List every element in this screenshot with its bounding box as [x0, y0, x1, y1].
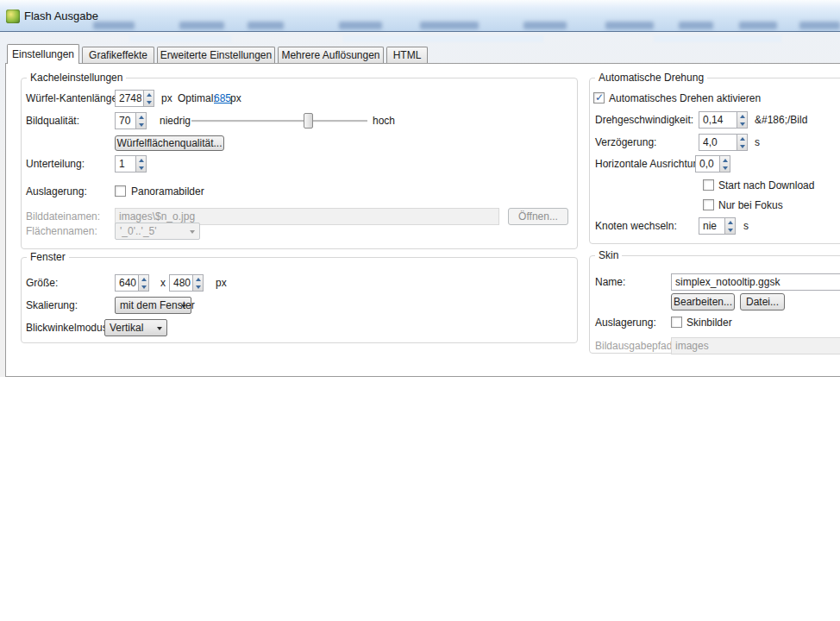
glass-artifact [339, 22, 382, 29]
image-quality-slider[interactable] [191, 112, 367, 129]
spin-up-button[interactable] [136, 113, 146, 121]
size-width-spinbox [115, 274, 149, 292]
rotation-speed-spinbox [699, 111, 748, 129]
panorama-images-checkbox-label: Panoramabilder [131, 186, 204, 198]
glass-artifact [679, 22, 713, 29]
start-after-download-checkbox[interactable] [703, 179, 714, 191]
screen: Flash Ausgabe Einstellungen Grafikeffekt… [0, 0, 840, 621]
image-filenames-label: Bilddateinamen: [26, 211, 100, 223]
optimal-unit: px [230, 93, 241, 104]
size-separator: x [160, 278, 166, 289]
optimal-label: Optimal: [178, 93, 216, 104]
spin-down-button[interactable] [136, 164, 146, 172]
spin-up-button[interactable] [136, 156, 146, 164]
cube-face-quality-button[interactable]: Würfelflächenqualität... [115, 135, 224, 151]
image-output-path-label: Bildausgabepfad: [595, 341, 675, 352]
glass-artifact [605, 22, 654, 29]
image-quality-input[interactable] [115, 112, 136, 129]
tab-html[interactable]: HTML [386, 47, 428, 63]
skin-images-checkbox-label: Skinbilder [686, 317, 732, 329]
outsourcing-label: Auslagerung: [26, 186, 87, 198]
tab-einstellungen[interactable]: Einstellungen [7, 44, 79, 64]
size-height-spinbox [169, 274, 204, 292]
auto-rotate-enable-checkbox[interactable] [593, 92, 605, 104]
skin-name-input[interactable] [671, 273, 840, 291]
spin-up-button[interactable] [725, 218, 735, 226]
auto-rotate-enable-label: Automatisches Drehen aktivieren [609, 93, 761, 104]
spin-up-button[interactable] [139, 275, 148, 283]
image-quality-spinner-buttons[interactable] [135, 112, 147, 129]
rotation-speed-label: Drehgeschwindigkeit: [595, 115, 693, 126]
spin-up-button[interactable] [720, 156, 730, 164]
glass-artifact [420, 22, 479, 29]
size-height-input[interactable] [169, 274, 193, 292]
tab-grafikeffekte[interactable]: Grafikeffekte [82, 47, 154, 63]
rotation-speed-input[interactable] [699, 111, 737, 129]
focus-only-label: Nur bei Fokus [718, 200, 783, 211]
tab-erweiterte-einstellungen[interactable]: Erweiterte Einstellungen [157, 47, 275, 63]
skin-images-checkbox[interactable] [671, 317, 682, 328]
optimal-value-link[interactable]: 685 [214, 93, 231, 104]
size-unit: px [216, 278, 227, 289]
image-quality-spinbox [115, 112, 147, 129]
spin-down-button[interactable] [720, 164, 730, 172]
group-title: Skin [595, 250, 622, 261]
cube-edge-spinbox [115, 90, 154, 107]
glass-artifact [739, 22, 777, 29]
open-button: Öffnen... [508, 208, 568, 225]
node-change-input[interactable] [699, 217, 725, 235]
scaling-label: Skalierung: [26, 300, 78, 311]
rotation-speed-spinner-buttons[interactable] [737, 111, 748, 129]
spin-down-button[interactable] [139, 283, 148, 291]
spin-down-button[interactable] [737, 142, 747, 150]
cube-edge-input[interactable] [115, 90, 144, 107]
scaling-dropdown[interactable]: mit dem Fenster [115, 297, 191, 314]
spin-up-button[interactable] [737, 112, 747, 120]
horizontal-alignment-spinbox [695, 155, 730, 172]
edit-skin-button[interactable]: Bearbeiten... [671, 293, 735, 310]
subdivision-spinbox [115, 155, 147, 172]
spin-down-button[interactable] [725, 226, 735, 234]
quality-high-label: hoch [373, 116, 395, 127]
subdivision-spinner-buttons[interactable] [135, 155, 147, 172]
spin-down-button[interactable] [144, 98, 154, 106]
glass-artifact [248, 22, 284, 29]
size-width-spinner-buttons[interactable] [138, 274, 149, 292]
face-names-label: Flächennamen: [26, 226, 97, 237]
subdivision-label: Unterteilung: [26, 159, 85, 170]
group-title: Automatische Drehung [595, 72, 707, 84]
glass-artifact [799, 22, 840, 29]
spin-down-button[interactable] [737, 120, 747, 128]
glass-artifact [523, 22, 567, 29]
delay-input[interactable] [699, 134, 737, 151]
panorama-images-checkbox[interactable] [115, 185, 126, 197]
cube-edge-spinner-buttons[interactable] [143, 90, 154, 107]
size-width-input[interactable] [115, 274, 139, 292]
size-height-spinner-buttons[interactable] [192, 274, 204, 292]
horizontal-alignment-spinner-buttons[interactable] [719, 155, 730, 172]
skin-file-button[interactable]: Datei... [740, 293, 785, 310]
spin-up-button[interactable] [193, 275, 203, 283]
delay-spinner-buttons[interactable] [737, 134, 748, 151]
glass-artifact [179, 22, 224, 29]
tab-mehrere-aufloesungen[interactable]: Mehrere Auflösungen [278, 47, 384, 63]
spin-up-button[interactable] [144, 91, 154, 98]
view-mode-label: Blickwinkelmodus: [26, 323, 110, 334]
focus-only-checkbox[interactable] [703, 199, 714, 210]
spin-down-button[interactable] [136, 121, 146, 129]
titlebar[interactable]: Flash Ausgabe [0, 0, 840, 32]
subdivision-input[interactable] [115, 155, 136, 172]
delay-unit: s [755, 137, 760, 148]
view-mode-dropdown[interactable]: Vertikal [104, 319, 167, 336]
slider-track [191, 120, 367, 122]
horizontal-alignment-input[interactable] [695, 155, 720, 172]
quality-low-label: niedrig [160, 116, 191, 127]
spin-down-button[interactable] [193, 283, 203, 291]
rotation-speed-unit: &#186;/Bild [755, 115, 807, 126]
group-title: Kacheleinstellungen [27, 72, 126, 84]
node-change-spinner-buttons[interactable] [724, 217, 736, 235]
slider-thumb[interactable] [304, 113, 313, 129]
glass-artifact [343, 35, 543, 42]
delay-spinbox [699, 134, 748, 151]
spin-up-button[interactable] [737, 135, 747, 142]
